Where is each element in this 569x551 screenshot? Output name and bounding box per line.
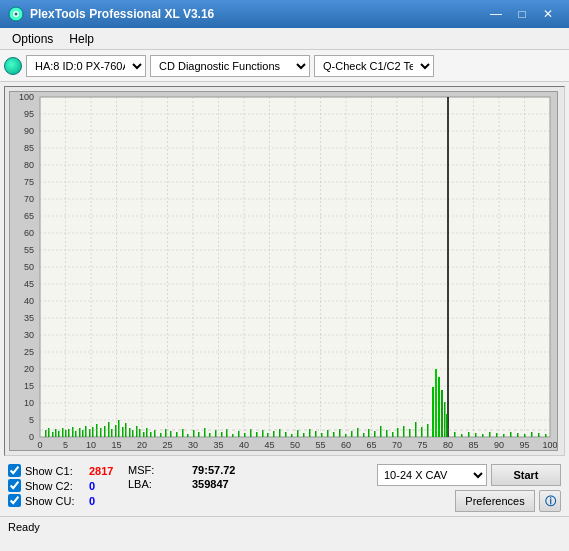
prefs-row: Preferences ⓘ [455, 490, 561, 512]
svg-text:45: 45 [264, 440, 274, 450]
svg-rect-117 [143, 432, 145, 437]
svg-rect-128 [198, 432, 200, 437]
svg-rect-163 [403, 426, 405, 437]
svg-text:10: 10 [24, 398, 34, 408]
svg-rect-140 [267, 433, 269, 437]
svg-rect-186 [538, 433, 540, 437]
svg-text:95: 95 [519, 440, 529, 450]
svg-text:0: 0 [37, 440, 42, 450]
svg-text:55: 55 [315, 440, 325, 450]
svg-rect-177 [475, 433, 477, 437]
msf-label: MSF: [128, 464, 188, 476]
svg-rect-144 [291, 434, 293, 437]
svg-rect-105 [100, 428, 102, 437]
svg-rect-173 [446, 414, 448, 437]
c2-row: Show C2: 0 [8, 479, 128, 492]
close-button[interactable]: ✕ [535, 4, 561, 24]
svg-rect-179 [489, 432, 491, 437]
menu-help[interactable]: Help [61, 30, 102, 48]
svg-rect-136 [244, 433, 246, 437]
lba-value: 359847 [192, 478, 229, 490]
drive-select[interactable]: HA:8 ID:0 PX-760A [26, 55, 146, 77]
svg-rect-169 [435, 369, 437, 437]
svg-rect-164 [409, 429, 411, 437]
minimize-button[interactable]: — [483, 4, 509, 24]
show-c2-label: Show C2: [25, 480, 85, 492]
svg-text:35: 35 [213, 440, 223, 450]
svg-text:50: 50 [24, 262, 34, 272]
svg-rect-92 [55, 429, 57, 437]
svg-rect-138 [256, 432, 258, 437]
svg-rect-151 [333, 432, 335, 437]
start-button[interactable]: Start [491, 464, 561, 486]
stats-right: 10-24 X CAV 4-8 X CAV 1-4 X CAV Start Pr… [258, 464, 561, 512]
svg-text:80: 80 [443, 440, 453, 450]
svg-rect-124 [176, 432, 178, 437]
svg-rect-121 [160, 433, 162, 437]
svg-text:70: 70 [392, 440, 402, 450]
svg-text:60: 60 [341, 440, 351, 450]
svg-rect-176 [468, 432, 470, 437]
test-select[interactable]: Q-Check C1/C2 Test [314, 55, 434, 77]
show-cu-label: Show CU: [25, 495, 85, 507]
maximize-button[interactable]: □ [509, 4, 535, 24]
toolbar: HA:8 ID:0 PX-760A CD Diagnostic Function… [0, 50, 569, 82]
svg-text:15: 15 [24, 381, 34, 391]
drive-icon [4, 57, 22, 75]
svg-rect-91 [52, 432, 54, 437]
svg-text:25: 25 [24, 347, 34, 357]
svg-rect-178 [482, 434, 484, 437]
status-text: Ready [8, 521, 40, 533]
svg-text:10: 10 [86, 440, 96, 450]
speed-select[interactable]: 10-24 X CAV 4-8 X CAV 1-4 X CAV [377, 464, 487, 486]
show-c2-checkbox[interactable] [8, 479, 21, 492]
svg-rect-170 [438, 377, 440, 437]
svg-text:95: 95 [24, 109, 34, 119]
svg-text:5: 5 [63, 440, 68, 450]
svg-rect-120 [154, 430, 156, 437]
stats-middle: MSF: 79:57.72 LBA: 359847 [128, 464, 258, 490]
menu-bar: Options Help [0, 28, 569, 50]
svg-text:70: 70 [24, 194, 34, 204]
svg-rect-180 [496, 433, 498, 437]
svg-rect-143 [285, 432, 287, 437]
svg-rect-139 [262, 430, 264, 437]
stats-left: Show C1: 2817 Show C2: 0 Show CU: 0 [8, 464, 128, 507]
svg-rect-182 [510, 432, 512, 437]
svg-text:65: 65 [24, 211, 34, 221]
status-bar: Ready [0, 516, 569, 536]
menu-options[interactable]: Options [4, 30, 61, 48]
cu-row: Show CU: 0 [8, 494, 128, 507]
svg-rect-106 [104, 426, 106, 437]
stats-row: Show C1: 2817 Show C2: 0 Show CU: 0 MSF:… [8, 464, 561, 512]
svg-rect-166 [421, 427, 423, 437]
svg-rect-116 [139, 429, 141, 437]
svg-text:20: 20 [137, 440, 147, 450]
svg-text:65: 65 [366, 440, 376, 450]
svg-text:40: 40 [24, 296, 34, 306]
svg-text:0: 0 [29, 432, 34, 442]
c1-value: 2817 [89, 465, 113, 477]
svg-rect-135 [238, 431, 240, 437]
svg-text:5: 5 [29, 415, 34, 425]
preferences-button[interactable]: Preferences [455, 490, 535, 512]
svg-text:60: 60 [24, 228, 34, 238]
svg-rect-131 [215, 430, 217, 437]
svg-rect-103 [92, 427, 94, 437]
msf-row: MSF: 79:57.72 [128, 464, 258, 476]
info-button[interactable]: ⓘ [539, 490, 561, 512]
svg-rect-187 [545, 434, 547, 437]
svg-rect-126 [187, 434, 189, 437]
svg-text:100: 100 [19, 92, 34, 102]
svg-rect-99 [79, 428, 81, 437]
svg-rect-114 [132, 430, 134, 437]
svg-point-2 [15, 13, 18, 16]
show-c1-checkbox[interactable] [8, 464, 21, 477]
svg-rect-159 [380, 426, 382, 437]
show-cu-checkbox[interactable] [8, 494, 21, 507]
svg-rect-115 [136, 426, 138, 437]
function-select[interactable]: CD Diagnostic Functions [150, 55, 310, 77]
svg-rect-107 [108, 422, 110, 437]
svg-rect-109 [115, 425, 117, 437]
svg-text:35: 35 [24, 313, 34, 323]
